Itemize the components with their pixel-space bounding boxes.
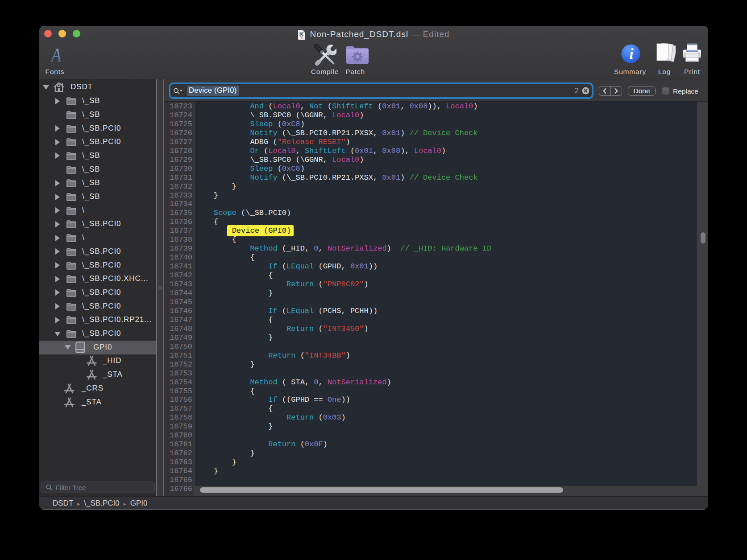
svg-text:i: i	[629, 45, 634, 62]
svg-text:A: A	[50, 45, 62, 66]
svg-text:DSL: DSL	[301, 37, 303, 39]
